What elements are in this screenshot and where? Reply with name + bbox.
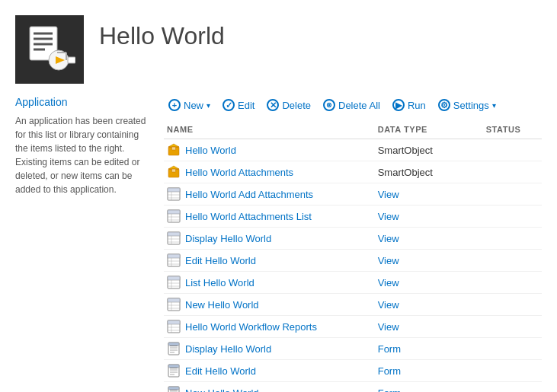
item-name-text[interactable]: Hello World Add Attachments <box>185 189 313 200</box>
item-name-text[interactable]: Hello World <box>185 145 236 156</box>
sidebar-description: An application has been created for this… <box>15 114 149 196</box>
table-cell-name: Hello World Attachments <box>164 161 375 183</box>
settings-dropdown-arrow[interactable]: ▾ <box>492 101 496 110</box>
svg-rect-58 <box>168 343 179 346</box>
header-text: Hello World <box>99 15 225 49</box>
data-table: NAME DATA TYPE STATUS Hello World Sm <box>164 122 542 392</box>
delete-all-label: Delete All <box>338 100 380 111</box>
header: Hello World <box>15 15 542 84</box>
table-cell-datatype: SmartObject <box>375 161 483 183</box>
item-type-icon <box>167 143 181 157</box>
table-cell-name: New Hello World <box>164 382 375 393</box>
item-name-text[interactable]: New Hello World <box>185 299 259 311</box>
item-name-text[interactable]: List Hello World <box>185 277 254 288</box>
table-cell-name: Edit Hello World <box>164 360 375 382</box>
item-type-icon <box>167 165 181 179</box>
svg-rect-29 <box>168 232 180 236</box>
table-row: List Hello World View <box>164 272 542 294</box>
item-name-text[interactable]: Hello World Attachments List <box>185 211 312 222</box>
item-type-icon <box>167 276 181 289</box>
table-cell-status <box>483 228 542 250</box>
item-name-link[interactable]: List Hello World <box>167 276 369 289</box>
run-button[interactable]: ▶ Run <box>388 96 431 114</box>
item-name-link[interactable]: New Hello World <box>167 298 369 311</box>
svg-rect-24 <box>168 210 180 214</box>
table-cell-datatype: View <box>375 272 483 294</box>
item-name-link[interactable]: Edit Hello World <box>167 364 369 378</box>
new-icon: + <box>168 99 181 111</box>
table-cell-datatype: SmartObject <box>375 139 483 161</box>
table-cell-status <box>483 382 542 393</box>
svg-rect-17 <box>172 169 176 172</box>
table-row: Hello World Add Attachments View <box>164 183 542 206</box>
table-cell-datatype: Form <box>375 338 483 360</box>
delete-button[interactable]: ✕ Delete <box>262 96 315 114</box>
svg-marker-15 <box>168 166 179 169</box>
svg-marker-11 <box>168 144 179 147</box>
item-name-text[interactable]: Hello World Attachments <box>185 167 293 178</box>
settings-label: Settings <box>453 100 489 111</box>
table-row: New Hello World View <box>164 294 542 316</box>
table-cell-status <box>483 360 542 382</box>
table-cell-name: Hello World Workflow Reports <box>164 316 375 338</box>
table-cell-name: Display Hello World <box>164 228 375 250</box>
settings-icon: ⚙ <box>438 99 450 111</box>
new-button[interactable]: + New ▾ <box>164 96 215 114</box>
table-row: Edit Hello World Form <box>164 360 542 382</box>
new-dropdown-arrow[interactable]: ▾ <box>206 101 210 110</box>
table-row: New Hello World Form <box>164 382 542 393</box>
col-name-header: NAME <box>164 122 375 139</box>
item-name-link[interactable]: Hello World Attachments List <box>167 209 369 223</box>
delete-all-button[interactable]: ⊗ Delete All <box>319 96 385 114</box>
item-type-icon <box>167 231 181 245</box>
table-cell-datatype: View <box>375 206 483 228</box>
item-type-icon <box>167 253 181 267</box>
sidebar-title: Application <box>15 96 149 108</box>
sidebar: Application An application has been crea… <box>15 96 164 392</box>
item-type-icon <box>167 320 181 333</box>
table-cell-datatype: Form <box>375 382 483 393</box>
table-cell-name: Hello World Attachments List <box>164 206 375 228</box>
edit-button[interactable]: ✓ Edit <box>218 96 259 114</box>
item-name-link[interactable]: Display Hello World <box>167 342 369 355</box>
toolbar: + New ▾ ✓ Edit ✕ Delete ⊗ Delete All ▶ <box>164 96 542 114</box>
item-type-icon <box>167 364 181 378</box>
svg-rect-64 <box>168 365 179 368</box>
page-title: Hello World <box>99 15 225 49</box>
table-cell-status <box>483 272 542 294</box>
item-name-text[interactable]: New Hello World <box>185 387 259 393</box>
svg-rect-44 <box>168 298 180 302</box>
item-name-link[interactable]: Hello World Workflow Reports <box>167 320 369 333</box>
item-name-text[interactable]: Hello World Workflow Reports <box>185 321 317 333</box>
item-name-link[interactable]: Edit Hello World <box>167 253 369 267</box>
item-name-link[interactable]: Display Hello World <box>167 231 369 245</box>
item-name-text[interactable]: Display Hello World <box>185 343 271 355</box>
table-cell-name: Hello World <box>164 139 375 161</box>
item-name-text[interactable]: Edit Hello World <box>185 255 256 266</box>
table-cell-name: List Hello World <box>164 272 375 294</box>
table-cell-status <box>483 338 542 360</box>
item-name-link[interactable]: Hello World <box>167 143 369 157</box>
item-type-icon <box>167 209 181 223</box>
edit-label: Edit <box>238 100 254 111</box>
item-name-text[interactable]: Display Hello World <box>185 233 271 244</box>
run-icon: ▶ <box>392 99 405 111</box>
table-row: Display Hello World Form <box>164 338 542 360</box>
delete-label: Delete <box>282 100 311 111</box>
item-name-link[interactable]: Hello World Attachments <box>167 165 369 179</box>
table-row: Hello World Workflow Reports View <box>164 316 542 338</box>
table-cell-status <box>483 294 542 316</box>
table-cell-datatype: View <box>375 294 483 316</box>
settings-button[interactable]: ⚙ Settings ▾ <box>434 96 501 114</box>
item-name-text[interactable]: Edit Hello World <box>185 365 256 377</box>
item-type-icon <box>167 187 181 201</box>
table-cell-status <box>483 161 542 183</box>
col-datatype-header: DATA TYPE <box>375 122 483 139</box>
table-cell-name: Display Hello World <box>164 338 375 360</box>
item-type-icon <box>167 342 181 355</box>
item-name-link[interactable]: New Hello World <box>167 386 369 392</box>
new-label: New <box>184 100 203 111</box>
item-name-link[interactable]: Hello World Add Attachments <box>167 187 369 201</box>
table-cell-datatype: View <box>375 316 483 338</box>
svg-rect-13 <box>172 147 176 150</box>
